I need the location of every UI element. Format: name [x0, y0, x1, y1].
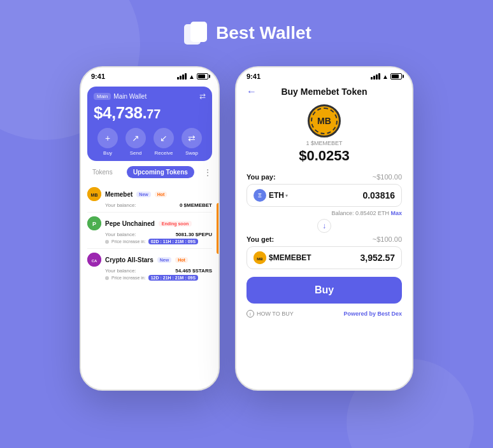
right-phone: 9:41 ▲ ← Buy Memebet Token — [235, 66, 413, 391]
you-pay-approx: ~$100.00 — [373, 173, 402, 181]
app-header: Best Wallet — [182, 19, 311, 47]
token-row-pepe: P Pepe Unchained Ending soon — [87, 216, 212, 230]
token-item-pepe[interactable]: P Pepe Unchained Ending soon Your balanc… — [87, 213, 212, 249]
svg-text:MB: MB — [91, 193, 98, 197]
right-battery-icon — [390, 73, 402, 80]
balance-row: Balance: 0.85402 ETH Max — [246, 210, 402, 216]
swap-arrow-center: ↓ — [246, 219, 402, 233]
wallet-settings-icon[interactable]: ⇄ — [199, 92, 206, 101]
buy-header: ← Buy Memebet Token — [246, 87, 402, 97]
send-icon: ↗ — [125, 128, 146, 148]
svg-rect-1 — [190, 22, 207, 42]
buy-action[interactable]: + Buy — [97, 128, 118, 156]
stars-timer-row: Price increase in: 12D : 21H : 21M : 09S — [105, 275, 212, 281]
powered-by-brand: Best Dex — [377, 311, 402, 317]
pepe-balance-label: Your balance: — [105, 232, 136, 237]
buy-footer: i HOW TO BUY Powered by Best Dex — [246, 310, 402, 318]
right-signal-icon — [371, 73, 380, 80]
swap-direction-button[interactable]: ↓ — [317, 219, 331, 233]
powered-by-prefix: Powered by — [343, 311, 376, 317]
timer-dot — [105, 240, 109, 244]
you-pay-label: You pay: — [246, 173, 276, 181]
you-get-label: You get: — [246, 235, 274, 243]
send-label: Send — [130, 150, 142, 156]
left-time: 9:41 — [91, 73, 105, 80]
memebet-icon: MB — [87, 187, 101, 201]
left-phone: 9:41 ▲ Main Main Wallet — [80, 66, 220, 391]
memebet-name: Memebet — [105, 191, 132, 198]
memebet-balance: 0 $MEMEBET — [180, 202, 212, 208]
token-row-stars: CA Crypto All-Stars New Hot — [87, 253, 212, 267]
memebet-icon-text: MB — [317, 116, 331, 126]
app-title: Best Wallet — [216, 23, 311, 43]
wallet-balance: $4,738.77 — [94, 103, 206, 123]
swap-icon: ⇄ — [182, 128, 202, 148]
get-coin-name: $MEMEBET — [269, 253, 311, 262]
wallet-tag: Main — [94, 93, 111, 100]
battery-icon — [197, 73, 208, 80]
right-phone-body: ← Buy Memebet Token MB 1 $MEMEBET $0.025… — [236, 83, 412, 384]
eth-coin-icon: Ξ — [254, 189, 266, 202]
stars-badge-new: New — [157, 257, 171, 263]
stars-name: Crypto All-Stars — [105, 256, 154, 263]
how-to-buy-link[interactable]: i HOW TO BUY — [246, 310, 294, 318]
powered-by: Powered by Best Dex — [343, 311, 402, 317]
how-to-buy-text: HOW TO BUY — [257, 311, 294, 317]
wallet-balance-main: $4,738. — [94, 103, 146, 122]
swap-action[interactable]: ⇄ Swap — [182, 128, 202, 156]
token-1-label: 1 $MEMEBET — [306, 140, 342, 146]
memebet-badge-new: New — [136, 192, 150, 197]
max-button[interactable]: Max — [390, 210, 402, 216]
back-button[interactable]: ← — [246, 86, 257, 97]
stars-timer-dot — [105, 276, 109, 280]
pepe-balance-row: Your balance: 5081.30 $PEPU — [105, 232, 212, 237]
left-status-icons: ▲ — [177, 73, 208, 80]
token-item-memebet[interactable]: MB Memebet New Hot Your balance: 0 $MEME… — [87, 183, 212, 213]
you-get-approx: ~$100.00 — [373, 235, 402, 243]
svg-text:CA: CA — [92, 259, 97, 263]
buy-label: Buy — [103, 150, 112, 156]
stars-badge-hot: Hot — [175, 257, 188, 263]
wallet-balance-cents: 77 — [146, 107, 161, 121]
you-pay-label-row: You pay: ~$100.00 — [246, 173, 402, 181]
pay-input-row[interactable]: Ξ ETH ▾ 0.03816 — [246, 184, 402, 207]
token-price: $0.0253 — [299, 148, 350, 164]
right-status-bar: 9:41 ▲ — [236, 67, 412, 83]
stars-icon: CA — [87, 253, 101, 267]
send-action[interactable]: ↗ Send — [125, 128, 146, 156]
chevron-down-icon[interactable]: ▾ — [285, 193, 288, 199]
receive-action[interactable]: ↙ Receive — [154, 128, 174, 156]
pepe-timer-label: Price increase in: — [111, 239, 146, 244]
token-display: MB 1 $MEMEBET $0.0253 — [246, 104, 402, 164]
buy-button[interactable]: Buy — [246, 277, 402, 304]
right-wifi-icon: ▲ — [382, 73, 389, 80]
right-time: 9:41 — [246, 73, 261, 80]
memebet-balance-row: Your balance: 0 $MEMEBET — [105, 202, 212, 208]
pay-coin-name: ETH — [269, 191, 284, 200]
tabs-more-icon[interactable]: ⋮ — [203, 167, 212, 178]
svg-text:P: P — [92, 221, 96, 227]
left-status-bar: 9:41 ▲ — [81, 67, 218, 83]
wallet-name: Main Wallet — [113, 93, 146, 100]
get-amount-value: 3,952.57 — [361, 253, 396, 263]
buy-icon: + — [97, 128, 118, 148]
pay-amount-value: 0.03816 — [362, 190, 395, 200]
pepe-name: Pepe Unchained — [105, 220, 155, 227]
action-buttons-row: + Buy ↗ Send ↙ Receive ⇄ Swap — [94, 128, 206, 156]
orange-bar-decoration — [217, 203, 220, 254]
pepe-icon: P — [87, 216, 101, 230]
memebet-balance-label: Your balance: — [105, 202, 136, 208]
phones-container: 9:41 ▲ Main Main Wallet — [80, 66, 413, 391]
stars-balance: 54.465 $STARS — [175, 268, 212, 274]
token-item-stars[interactable]: CA Crypto All-Stars New Hot Your balance… — [87, 249, 212, 284]
tab-upcoming-tokens[interactable]: Upcoming Tokens — [127, 166, 194, 178]
swap-label: Swap — [185, 150, 198, 156]
token-row-memebet: MB Memebet New Hot — [87, 187, 212, 201]
tab-tokens[interactable]: Tokens — [87, 166, 118, 178]
signal-icon — [177, 73, 187, 80]
stars-timer: 12D : 21H : 21M : 09S — [148, 275, 198, 281]
info-icon: i — [246, 310, 254, 318]
left-phone-body: Main Main Wallet ⇄ $4,738.77 + Buy ↗ Sen… — [81, 83, 218, 384]
svg-text:MB: MB — [257, 257, 263, 261]
wifi-icon: ▲ — [189, 73, 195, 80]
